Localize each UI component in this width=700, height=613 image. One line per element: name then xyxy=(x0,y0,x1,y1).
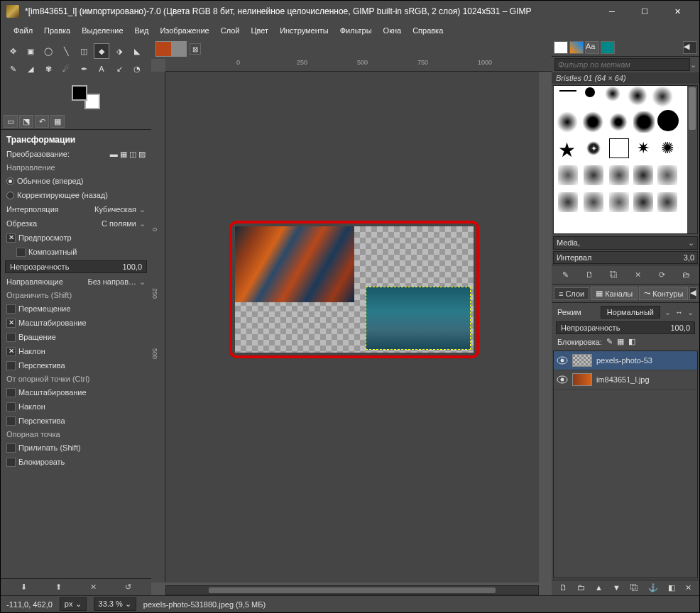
mode-switch-icon[interactable]: ↔ xyxy=(675,308,683,316)
direction-normal[interactable]: Обычное (вперед) xyxy=(4,174,148,188)
delete-preset-icon[interactable]: ⨯ xyxy=(90,582,97,592)
ref-snap[interactable]: Прилипать (Shift) xyxy=(4,441,148,455)
dup-brush-icon[interactable]: ⿻ xyxy=(606,268,620,281)
crop-icon[interactable]: ◫ xyxy=(76,43,92,59)
layer-opacity[interactable]: Непрозрачность100,0 xyxy=(556,321,695,334)
lower-layer-icon[interactable]: ▼ xyxy=(613,583,620,592)
menu-image[interactable]: Изображение xyxy=(155,25,213,36)
new-group-icon[interactable]: 🗀 xyxy=(577,583,585,592)
raise-layer-icon[interactable]: ▲ xyxy=(595,583,603,592)
picker-icon[interactable]: ↙ xyxy=(111,61,127,77)
zoom-select[interactable]: 33.3 % ⌄ xyxy=(94,597,136,611)
blend-mode[interactable]: Режим Нормальный⌄ ↔⌄ xyxy=(554,304,696,320)
unit-select[interactable]: px ⌄ xyxy=(60,597,87,611)
tab-layers[interactable]: ≡Слои xyxy=(554,287,589,300)
limit-scale[interactable]: ✕Масштабирование xyxy=(4,316,148,330)
refresh-brush-icon[interactable]: ⟳ xyxy=(655,268,669,281)
layer-image-2[interactable] xyxy=(366,287,471,350)
layer-item-1[interactable]: im843651_l.jpg xyxy=(554,370,697,390)
text-icon[interactable]: A xyxy=(94,61,109,77)
menu-select[interactable]: Выделение xyxy=(77,25,127,36)
lock-position-icon[interactable]: ▦ xyxy=(617,337,624,346)
menu-tools[interactable]: Инструменты xyxy=(275,25,333,36)
layer-image-1[interactable] xyxy=(235,226,354,302)
rect-select-icon[interactable]: ▣ xyxy=(23,43,38,59)
bucket-icon[interactable]: ◣ xyxy=(129,43,145,59)
measure-icon[interactable]: ◔ xyxy=(129,61,145,77)
lock-pixels-icon[interactable]: ✎ xyxy=(606,337,613,346)
limit-persp[interactable]: Перспектива xyxy=(4,358,148,372)
menu-edit[interactable]: Правка xyxy=(40,25,75,36)
color-selector[interactable] xyxy=(72,85,100,109)
tab-channels[interactable]: ▦Каналы xyxy=(591,287,638,300)
clone-icon[interactable]: ✾ xyxy=(40,61,56,77)
limit-rotate[interactable]: Вращение xyxy=(4,330,148,344)
opacity-slider[interactable]: Непрозрачность100,0 xyxy=(5,260,147,273)
lock-alpha-icon[interactable]: ◧ xyxy=(628,337,635,346)
tab-history-icon[interactable] xyxy=(601,41,615,54)
edit-brush-icon[interactable]: ✎ xyxy=(558,268,572,281)
tab-patterns-icon[interactable] xyxy=(569,41,584,54)
guides-row[interactable]: НаправляющиеБез направ…⌄ xyxy=(4,275,148,289)
brush-icon[interactable]: ✎ xyxy=(5,61,21,77)
collapse-icon[interactable]: ◀ xyxy=(683,41,697,54)
reset-preset-icon[interactable]: ↺ xyxy=(125,582,131,592)
document-close-icon[interactable]: ⊠ xyxy=(190,43,201,55)
tab-fonts-icon[interactable]: Aa xyxy=(585,41,599,54)
del-brush-icon[interactable]: ⨯ xyxy=(630,268,645,281)
save-preset-icon[interactable]: ⬇ xyxy=(21,582,27,592)
merge-layer-icon[interactable]: ⚓ xyxy=(648,583,658,592)
foreground-color[interactable] xyxy=(72,85,87,101)
ref-lock[interactable]: Блокировать xyxy=(4,455,148,469)
new-layer-icon[interactable]: 🗋 xyxy=(559,583,567,592)
maximize-button[interactable]: ☐ xyxy=(628,1,661,22)
brush-interval[interactable]: Интервал3,0 xyxy=(553,251,698,264)
transform-tool-icon[interactable]: ◆ xyxy=(94,43,109,59)
menu-color[interactable]: Цвет xyxy=(246,25,273,36)
delete-layer-icon[interactable]: ⨯ xyxy=(685,583,691,592)
menu-layer[interactable]: Слой xyxy=(217,25,244,36)
tab-undo[interactable]: ↶ xyxy=(35,115,49,128)
direction-correct[interactable]: Корректирующее (назад) xyxy=(4,188,148,202)
open-brush-icon[interactable]: 🗁 xyxy=(679,268,693,281)
anchor-persp[interactable]: Перспектива xyxy=(4,414,148,428)
minimize-button[interactable]: ─ xyxy=(596,1,628,22)
layer-item-0[interactable]: pexels-photo-53 xyxy=(554,351,697,370)
tab-paths[interactable]: ⤳Контуры xyxy=(639,287,688,300)
canvas-viewport[interactable] xyxy=(165,72,539,582)
menu-windows[interactable]: Окна xyxy=(379,25,406,36)
warp-icon[interactable]: ⬗ xyxy=(111,43,127,59)
smudge-icon[interactable]: ☄ xyxy=(58,61,74,77)
brush-scrollbar[interactable] xyxy=(687,86,697,233)
anchor-scale[interactable]: Масштабирование xyxy=(4,385,148,399)
path-icon[interactable]: ✒ xyxy=(76,61,92,77)
menu-help[interactable]: Справка xyxy=(408,25,447,36)
lasso-icon[interactable]: ◯ xyxy=(40,43,56,59)
visibility-icon[interactable] xyxy=(557,356,568,365)
limit-move[interactable]: Перемещение xyxy=(4,302,148,316)
menu-filters[interactable]: Фильтры xyxy=(336,25,376,36)
new-brush-icon[interactable]: 🗋 xyxy=(582,268,596,281)
composite-check[interactable]: Композитный xyxy=(4,245,148,259)
preview-check[interactable]: ✕Предпросмотр xyxy=(4,231,148,245)
tab-brushes-icon[interactable] xyxy=(554,41,568,54)
collapse-layers-icon[interactable]: ◀ xyxy=(689,287,697,300)
brush-grid[interactable]: ★ ✦ ✷ ✺ xyxy=(553,85,698,234)
brush-category[interactable]: Media,⌄ xyxy=(553,236,698,250)
brush-filter-input[interactable] xyxy=(554,58,690,71)
document-thumb[interactable] xyxy=(155,41,187,57)
tab-device[interactable]: ⬔ xyxy=(19,115,33,128)
crop-row[interactable]: ОбрезкаС полями⌄ xyxy=(4,216,148,231)
mask-layer-icon[interactable]: ◧ xyxy=(668,583,675,592)
tab-tool-options[interactable]: ▭ xyxy=(4,115,18,128)
move-tool-icon[interactable]: ✥ xyxy=(5,43,21,59)
scrollbar-horizontal[interactable] xyxy=(165,585,539,595)
wand-icon[interactable]: ╲ xyxy=(58,43,74,59)
interpolation-row[interactable]: ИнтерполяцияКубическая⌄ xyxy=(4,202,148,216)
chevron-down-icon[interactable]: ⌄ xyxy=(690,60,696,70)
restore-preset-icon[interactable]: ⬆ xyxy=(55,582,62,592)
menu-file[interactable]: Файл xyxy=(9,25,37,36)
visibility-icon[interactable] xyxy=(557,375,568,384)
dup-layer-icon[interactable]: ⿻ xyxy=(630,583,638,592)
eraser-icon[interactable]: ◢ xyxy=(23,61,38,77)
